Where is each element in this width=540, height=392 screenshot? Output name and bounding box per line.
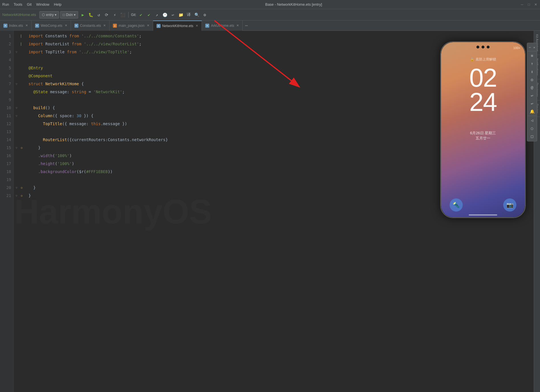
phone-hour: 02 — [469, 65, 497, 91]
tab-icon-webcomp: e — [35, 24, 39, 28]
restore-button[interactable]: □ — [527, 3, 531, 7]
previewer-toolbar: ─ ✕ ≡ ↑ ↕ ◎ @ ↩ ↩ 🔔 ◁ ○ □ — [527, 43, 537, 141]
git-revert-icon[interactable]: ↩ — [169, 11, 176, 18]
tab-icon-arkui: e — [205, 24, 209, 28]
tab-icon-networkkit: e — [157, 24, 161, 28]
previewer-panel: 100+ 🔒 底部上滑解锁 02 24 6月26日 星期三 五月廿一 🔦 📷 — [440, 41, 526, 218]
toolbar-sep-2 — [528, 116, 536, 116]
previewer-toolbar-menu[interactable]: ─ — [529, 46, 531, 49]
tab-networkkit[interactable]: e NetworkKitHome.ets ✕ — [153, 21, 202, 31]
phone-dot-1 — [476, 46, 479, 48]
tab-close-arkui[interactable]: ✕ — [236, 24, 239, 27]
window-controls[interactable]: ─ □ ✕ — [520, 3, 538, 7]
title-bar: Run Tools Git Window Help Base - Network… — [0, 0, 540, 9]
git-folder-icon[interactable]: 📁 — [177, 11, 184, 18]
translate-icon[interactable]: 译 — [185, 11, 192, 18]
git-check-icon[interactable]: ✔ — [137, 11, 144, 18]
entry-selector[interactable]: ⬡ entry ▾ — [39, 11, 59, 19]
toolbar-sep — [528, 51, 536, 51]
menu-help[interactable]: Help — [54, 2, 62, 7]
phone-home-bar — [469, 214, 497, 216]
tabs-more-button[interactable]: ⋯ — [243, 23, 250, 28]
close-button[interactable]: ✕ — [534, 3, 538, 7]
fold-icon-7[interactable]: ▽ — [14, 80, 19, 88]
menu-git[interactable]: Git — [27, 2, 32, 7]
phone-app-camera[interactable]: 📷 — [503, 198, 516, 212]
indicator-2: ▎ — [19, 40, 24, 48]
line-numbers: 1 2 3 4 5 6 7 8 9 10 11 12 13 14 15 16 1… — [0, 31, 14, 392]
menu-tools[interactable]: Tools — [14, 2, 22, 7]
menu-bar[interactable]: Run Tools Git Window Help — [2, 2, 62, 7]
git-history-icon[interactable]: 🕐 — [161, 11, 168, 18]
settings-icon[interactable]: ⚙ — [201, 11, 208, 18]
prev-tool-recents[interactable]: □ — [528, 133, 536, 140]
restart-button[interactable]: ↺ — [95, 11, 102, 18]
tab-index[interactable]: e Index.ets ✕ — [0, 21, 32, 31]
git-push-icon[interactable]: ↗ — [153, 11, 160, 18]
device-chevron: ▾ — [74, 13, 76, 17]
tab-close-webcomp[interactable]: ✕ — [65, 24, 67, 27]
tab-close-index[interactable]: ✕ — [25, 24, 28, 27]
current-file-label: NetworkKitHome.ets — [2, 13, 36, 17]
fold-icon-11[interactable]: ▽ — [14, 112, 19, 120]
tab-close-networkkit[interactable]: ✕ — [196, 24, 198, 28]
fold-icon-10[interactable]: ▽ — [14, 104, 19, 112]
phone-notch — [476, 46, 490, 48]
fold-icon-21[interactable]: ▽ — [14, 192, 19, 200]
debug-button[interactable]: 🐛 — [87, 11, 94, 18]
stop-button[interactable]: ⬛ — [119, 11, 126, 18]
previewer-close-btn[interactable]: ✕ — [533, 46, 535, 49]
prev-tool-home[interactable]: ○ — [528, 125, 536, 132]
tab-constants[interactable]: e Constants.ets ✕ — [71, 21, 109, 31]
menu-window[interactable]: Window — [36, 2, 49, 7]
prev-tool-at[interactable]: @ — [528, 84, 536, 91]
gutter: ▽ ▽ ▽ ▽ ▽ ▽ ▽ — [14, 31, 19, 392]
menu-run[interactable]: Run — [2, 2, 9, 7]
device-label: Dxin — [66, 13, 73, 17]
run-button[interactable]: ▶ — [79, 11, 86, 18]
tabs-bar: e Index.ets ✕ e WebComp.ets ✕ e Constant… — [0, 21, 540, 31]
tab-webcomp[interactable]: e WebComp.ets ✕ — [32, 21, 71, 31]
indicator-20: ◯ — [19, 184, 24, 192]
prev-tool-target[interactable]: ◎ — [528, 76, 536, 83]
tab-label-arkui: ArkUIHome.ets — [211, 24, 234, 28]
phone-lock-text: 🔒 底部上滑解锁 — [470, 57, 496, 62]
profile-button[interactable]: ⚡ — [111, 11, 118, 18]
indicator-21: ◯ — [19, 192, 24, 200]
prev-tool-resize[interactable]: ↕ — [528, 68, 536, 75]
prev-tool-notification[interactable]: 🔔 — [528, 108, 536, 115]
entry-icon: ⬡ — [42, 13, 45, 17]
phone-date-line1: 6月26日 星期三 — [470, 131, 496, 136]
tab-close-main-pages[interactable]: ✕ — [147, 24, 149, 27]
toolbar-separator-1 — [128, 12, 129, 18]
prev-tool-up[interactable]: ↑ — [528, 60, 536, 67]
phone-minute: 24 — [469, 89, 497, 115]
device-selector[interactable]: □ Dxin ▾ — [60, 11, 78, 19]
tab-main-pages[interactable]: j main_pages.json ✕ — [109, 21, 153, 31]
fold-icon-3[interactable]: ▽ — [14, 48, 19, 56]
minimize-button[interactable]: ─ — [520, 3, 524, 7]
code-line-1: import Constants from '../../common/Cons… — [29, 32, 540, 40]
window-title: Base - NetworkKitHome.ets [entry] — [67, 2, 520, 7]
tab-arkui[interactable]: e ArkUIHome.ets ✕ — [202, 21, 243, 31]
tab-close-constants[interactable]: ✕ — [103, 24, 106, 27]
git-merge-icon[interactable]: ✔ — [145, 11, 152, 18]
prev-tool-hamburger[interactable]: ≡ — [528, 52, 536, 59]
tab-label-index: Index.ets — [9, 24, 23, 28]
phone-mockup: 100+ 🔒 底部上滑解锁 02 24 6月26日 星期三 五月廿一 🔦 📷 — [440, 41, 526, 218]
indicator-1: ▎ — [19, 32, 24, 40]
fold-icon-15[interactable]: ▽ — [14, 144, 19, 152]
phone-time-display: 02 24 — [469, 65, 497, 115]
phone-dot-2 — [482, 46, 484, 48]
search-icon[interactable]: 🔍 — [193, 11, 200, 18]
phone-app-flashlight[interactable]: 🔦 — [450, 198, 463, 212]
prev-tool-redo[interactable]: ↩ — [528, 100, 536, 107]
prev-tool-back[interactable]: ◁ — [528, 117, 536, 124]
tab-label-webcomp: WebComp.ets — [41, 24, 62, 28]
prev-tool-undo[interactable]: ↩ — [528, 92, 536, 99]
fold-icon-20[interactable]: ▽ — [14, 184, 19, 192]
tab-label-networkkit: NetworkKitHome.ets — [162, 24, 193, 28]
breakpoint-gutter: ▎ ▎ ◯ ◯ ◯ — [19, 31, 24, 392]
indicator-15: ◯ — [19, 144, 24, 152]
hot-reload-button[interactable]: ⟳ — [103, 11, 110, 18]
